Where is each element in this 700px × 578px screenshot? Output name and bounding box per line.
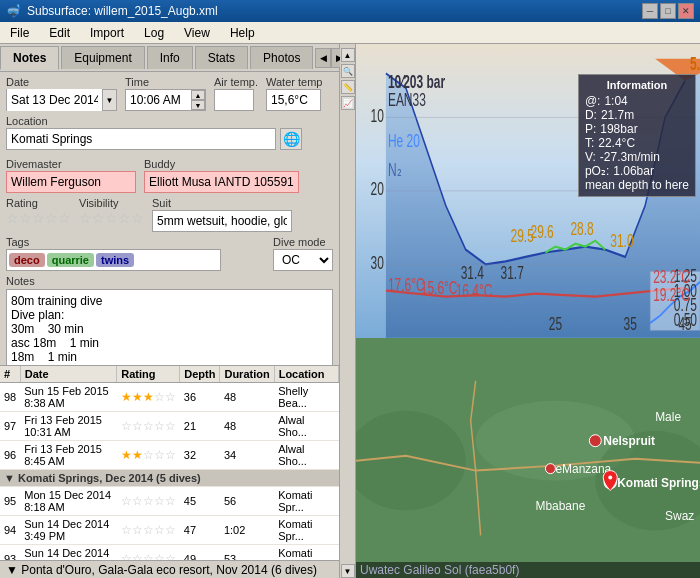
svg-text:35: 35 (624, 314, 637, 334)
svg-text:31.7: 31.7 (501, 263, 524, 283)
visibility-label: Visibility (79, 197, 144, 209)
col-date[interactable]: Date (20, 366, 117, 383)
notes-textarea[interactable]: 80m training dive Dive plan: 30m 30 min … (6, 289, 333, 365)
table-row[interactable]: 98Sun 15 Feb 2015 8:38 AM ★★★☆☆ 3648Shel… (0, 383, 339, 412)
watertemp-input[interactable] (266, 89, 321, 111)
tab-notes[interactable]: Notes (0, 46, 59, 70)
info-note: mean depth to here (585, 178, 689, 192)
svg-text:Nelspruit: Nelspruit (603, 433, 655, 447)
time-down-btn[interactable]: ▼ (191, 100, 205, 110)
menu-edit[interactable]: Edit (43, 24, 76, 42)
minimize-button[interactable]: ─ (642, 3, 658, 19)
suit-input[interactable] (152, 210, 292, 232)
info-p-val: 198bar (600, 122, 637, 136)
tab-prev-arrow[interactable]: ◀ (315, 48, 331, 68)
svg-text:19.2°C: 19.2°C (653, 285, 690, 305)
info-at-val: 1:04 (604, 94, 627, 108)
buddy-input[interactable] (144, 171, 299, 193)
maximize-button[interactable]: □ (660, 3, 676, 19)
title-bar: 🤿 Subsurface: willem_2015_Augb.xml ─ □ ✕ (0, 0, 700, 22)
divemaster-input[interactable] (6, 171, 136, 193)
notes-label: Notes (6, 275, 333, 287)
vis-star-1[interactable]: ☆ (79, 210, 92, 226)
menu-file[interactable]: File (4, 24, 35, 42)
col-duration[interactable]: Duration (220, 366, 274, 383)
rating-star-4[interactable]: ☆ (45, 210, 58, 226)
tab-equipment[interactable]: Equipment (61, 46, 144, 69)
svg-text:16.4°C: 16.4°C (456, 280, 493, 300)
tag-quarrie[interactable]: quarrie (47, 253, 94, 267)
map-svg: Nelspruit Male eManzana Komati Springs M… (356, 338, 700, 578)
table-row[interactable]: 94Sun 14 Dec 2014 3:49 PM ☆☆☆☆☆ 471:02Ko… (0, 516, 339, 545)
tag-deco[interactable]: deco (9, 253, 45, 267)
table-row[interactable]: 93Sun 14 Dec 2014 9:26 AM ☆☆☆☆☆ 4953Koma… (0, 545, 339, 561)
col-rating[interactable]: Rating (117, 366, 180, 383)
time-label: Time (125, 76, 206, 88)
info-box-title: Information (585, 79, 689, 91)
window-controls[interactable]: ─ □ ✕ (642, 3, 694, 19)
date-dropdown-btn[interactable]: ▼ (102, 90, 116, 110)
vis-star-2[interactable]: ☆ (92, 210, 105, 226)
time-input[interactable] (126, 91, 191, 109)
divemode-select[interactable]: OC CCR Freedive (273, 249, 333, 271)
visibility-stars[interactable]: ☆ ☆ ☆ ☆ ☆ (79, 210, 144, 226)
col-depth[interactable]: Depth (180, 366, 220, 383)
airtemp-label: Air temp. (214, 76, 258, 88)
svg-text:N₂: N₂ (388, 160, 401, 180)
rating-stars[interactable]: ☆ ☆ ☆ ☆ ☆ (6, 210, 71, 226)
menu-bar: File Edit Import Log View Help (0, 22, 700, 44)
nav-up-btn[interactable]: ▲ (341, 48, 355, 62)
bottom-bar: ▼ Ponta d'Ouro, Gala-Gala eco resort, No… (0, 560, 339, 578)
table-row[interactable]: 95Mon 15 Dec 2014 8:18 AM ☆☆☆☆☆ 4556Koma… (0, 487, 339, 516)
nav-graph-btn[interactable]: 📈 (341, 96, 355, 110)
nav-down-btn[interactable]: ▼ (341, 564, 355, 578)
globe-button[interactable]: 🌐 (280, 128, 302, 150)
nav-zoom-btn[interactable]: 🔍 (341, 64, 355, 78)
location-label: Location (6, 115, 333, 127)
tags-label: Tags (6, 236, 221, 248)
bottom-bar-text: ▼ Ponta d'Ouro, Gala-Gala eco resort, No… (6, 563, 317, 577)
table-row[interactable]: 97Fri 13 Feb 2015 10:31 AM ☆☆☆☆☆ 2148Alw… (0, 412, 339, 441)
left-panel: Notes Equipment Info Stats Photos ◀ ▶ Da… (0, 44, 340, 578)
table-row[interactable]: 96Fri 13 Feb 2015 8:45 AM ★★☆☆☆ 3234Alwa… (0, 441, 339, 470)
nav-ruler-btn[interactable]: 📏 (341, 80, 355, 94)
col-location[interactable]: Location (274, 366, 338, 383)
rating-star-3[interactable]: ☆ (32, 210, 45, 226)
svg-text:Swaz: Swaz (665, 509, 694, 523)
tab-info[interactable]: Info (147, 46, 193, 69)
tabs-row: Notes Equipment Info Stats Photos ◀ ▶ (0, 44, 339, 72)
svg-text:0.50: 0.50 (674, 310, 697, 330)
buddy-label: Buddy (144, 158, 299, 170)
menu-log[interactable]: Log (138, 24, 170, 42)
menu-view[interactable]: View (178, 24, 216, 42)
vis-star-3[interactable]: ☆ (105, 210, 118, 226)
date-label: Date (6, 76, 117, 88)
menu-import[interactable]: Import (84, 24, 130, 42)
tags-area[interactable]: deco quarrie twins (6, 249, 221, 271)
menu-help[interactable]: Help (224, 24, 261, 42)
date-field-wrapper: ▼ (6, 89, 117, 111)
time-input-wrapper: ▲ ▼ (125, 89, 206, 111)
tab-photos[interactable]: Photos (250, 46, 313, 69)
group-header: ▼ Komati Springs, Dec 2014 (5 dives) (0, 470, 339, 487)
svg-text:15.6°C: 15.6°C (421, 277, 458, 297)
rating-star-2[interactable]: ☆ (19, 210, 32, 226)
location-input[interactable] (6, 128, 276, 150)
info-t-val: 22.4°C (598, 136, 635, 150)
rating-star-5[interactable]: ☆ (58, 210, 71, 226)
divemaster-label: Divemaster (6, 158, 136, 170)
time-up-btn[interactable]: ▲ (191, 90, 205, 100)
vis-star-4[interactable]: ☆ (118, 210, 131, 226)
tab-stats[interactable]: Stats (195, 46, 248, 69)
airtemp-input[interactable] (214, 89, 254, 111)
form-area: Date ▼ Time ▲ ▼ (0, 72, 339, 365)
rating-star-1[interactable]: ☆ (6, 210, 19, 226)
svg-text:eManzana: eManzana (555, 461, 611, 475)
vis-star-5[interactable]: ☆ (131, 210, 144, 226)
col-num[interactable]: # (0, 366, 20, 383)
close-button[interactable]: ✕ (678, 3, 694, 19)
svg-text:29.6: 29.6 (530, 221, 553, 241)
tag-twins[interactable]: twins (96, 253, 134, 267)
date-input[interactable] (7, 89, 102, 111)
info-t-label: T: (585, 136, 594, 150)
